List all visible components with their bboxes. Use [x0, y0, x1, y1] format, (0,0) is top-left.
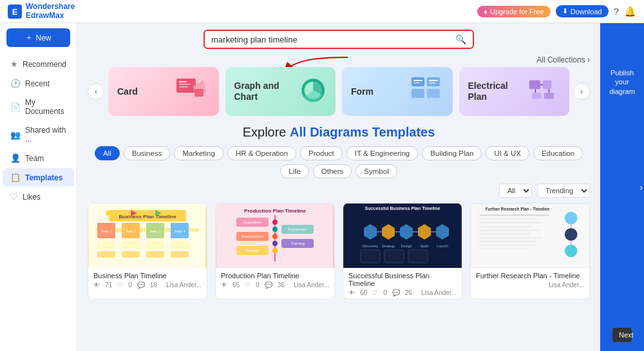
heart-icon: ♡ [117, 281, 123, 289]
svg-text:Successful Business Plan Timel: Successful Business Plan Timeline [365, 206, 440, 211]
templates-icon: 📋 [10, 173, 21, 182]
carousel-items: Card Graph and Chart [108, 67, 569, 116]
comment-icon: 💬 [137, 281, 145, 289]
electrical-category-icon [527, 75, 560, 108]
filter-tab-marketing[interactable]: Marketing [174, 146, 223, 160]
filter-tab-building-plan[interactable]: Building Plan [422, 146, 482, 160]
notification-button[interactable]: 🔔 [624, 6, 636, 17]
all-filter-select[interactable]: All [499, 184, 532, 198]
category-carousel: ‹ Card Graph and Chart [88, 67, 590, 116]
sidebar-item-my-documents[interactable]: 📄 My Documents [3, 93, 74, 120]
filter-tab-product[interactable]: Product [300, 146, 343, 160]
svg-rect-44 [97, 251, 115, 258]
logo-text: Wondershare EdrawMax [26, 3, 75, 19]
explore-title: Explore All Diagrams Templates [88, 125, 590, 140]
svg-text:Acquisition: Acquisition [243, 220, 261, 224]
sidebar: ＋ New ★ Recommend 🕐 Recent 📄 My Document… [0, 23, 77, 351]
template-info-successful: Successful Business Plan Timeline 👁 60 ♡… [343, 268, 462, 299]
category-card-card[interactable]: Card [108, 67, 219, 116]
svg-rect-83 [384, 250, 404, 263]
template-card-production-plan-timeline[interactable]: Production Plan Timeline [215, 203, 335, 299]
svg-text:Launch: Launch [437, 244, 448, 248]
publish-diagram-button[interactable]: Publish your diagram [600, 62, 644, 102]
category-card-graph-chart[interactable]: Graph and Chart [225, 67, 336, 116]
category-card-form[interactable]: Form [342, 67, 453, 116]
svg-rect-4 [179, 81, 187, 82]
sidebar-item-shared-with[interactable]: 👥 Shared with ... [3, 121, 74, 148]
template-card-business-plan-timeline[interactable]: Business Plan Timeline Step 1 Step 2 Ste… [88, 203, 207, 299]
template-card-successful-business-plan-timeline[interactable]: Successful Business Plan Timeline [343, 203, 462, 299]
svg-rect-41 [122, 241, 140, 249]
heart-icon: ♡ [372, 289, 378, 296]
svg-rect-6 [179, 86, 188, 88]
svg-text:Startup: Startup [246, 249, 259, 252]
filter-tab-ui-ux[interactable]: UI & UX [486, 146, 529, 160]
sidebar-item-team[interactable]: 👤 Team [3, 149, 74, 167]
svg-rect-15 [413, 82, 420, 84]
template-name: Further Research Plan - Timeline [476, 272, 584, 280]
next-button[interactable]: Next [612, 328, 632, 342]
research-timeline-thumbnail: Further Research Plan - Timeline [471, 204, 589, 267]
svg-rect-21 [544, 93, 554, 99]
sidebar-item-recommend[interactable]: ★ Recommend [3, 55, 74, 73]
template-thumb-successful: Successful Business Plan Timeline [343, 204, 462, 268]
svg-rect-16 [429, 80, 438, 81]
new-button[interactable]: ＋ New [6, 28, 70, 47]
filter-tab-all[interactable]: All [95, 146, 120, 160]
filter-tab-life[interactable]: Life [280, 164, 309, 178]
svg-point-57 [272, 234, 278, 239]
template-info-business: Business Plan Timeline 👁 71 ♡ 0 💬 18 Lis… [88, 268, 207, 291]
svg-point-59 [272, 227, 278, 232]
eye-icon: 👁 [93, 281, 100, 289]
template-name: Production Plan Timeline [221, 272, 329, 280]
production-timeline-thumbnail: Production Plan Timeline [216, 204, 334, 268]
svg-text:E: E [12, 7, 18, 17]
svg-point-99 [565, 245, 578, 258]
filter-tab-others[interactable]: Others [313, 164, 352, 178]
template-meta: 👁 65 ♡ 0 💬 36 [221, 281, 285, 289]
main-layout: ＋ New ★ Recommend 🕐 Recent 📄 My Document… [0, 23, 644, 351]
search-input[interactable] [211, 35, 451, 44]
svg-rect-11 [412, 89, 424, 98]
svg-rect-40 [97, 241, 115, 249]
template-card-further-research-plan-timeline[interactable]: Further Research Plan - Timeline [470, 203, 590, 299]
svg-text:Production Plan Timeline: Production Plan Timeline [244, 208, 306, 214]
sidebar-item-recent[interactable]: 🕐 Recent [3, 74, 74, 93]
category-card-electrical-plan[interactable]: Electrical Plan [459, 67, 570, 116]
collections-header: All Collections › [88, 55, 590, 64]
likes-icon: ♡ [10, 192, 18, 202]
filter-tab-symbol[interactable]: Symbol [355, 164, 397, 178]
svg-point-60 [272, 241, 278, 246]
svg-rect-8 [194, 89, 204, 97]
filter-tab-business[interactable]: Business [124, 146, 171, 160]
svg-text:Further Research Plan - Timeli: Further Research Plan - Timeline [486, 207, 550, 211]
svg-text:Requirement: Requirement [242, 234, 264, 238]
team-icon: 👤 [10, 153, 21, 163]
template-name: Successful Business Plan Timeline [348, 272, 457, 287]
filter-tab-it-engineering[interactable]: IT & Engineering [346, 146, 418, 160]
upgrade-button[interactable]: ♦ Upgrade for Free [477, 6, 550, 17]
template-meta: 👁 71 ♡ 0 💬 18 [93, 281, 157, 289]
help-button[interactable]: ? [614, 6, 619, 17]
filter-tab-education[interactable]: Education [533, 146, 583, 160]
download-button[interactable]: ⬇ Download [556, 5, 609, 17]
svg-point-56 [272, 220, 278, 225]
svg-rect-43 [171, 241, 189, 249]
carousel-next-button[interactable]: › [573, 83, 590, 100]
search-box: 🔍 [204, 30, 474, 49]
shared-icon: 👥 [10, 130, 21, 140]
carousel-prev-button[interactable]: ‹ [88, 83, 104, 100]
all-collections-link[interactable]: All Collections › [536, 55, 590, 64]
trending-sort-select[interactable]: Trending [537, 184, 590, 198]
recommend-icon: ★ [10, 59, 18, 69]
template-author: Lisa Ander... [549, 281, 584, 289]
logo-area: E Wondershare EdrawMax [8, 3, 75, 19]
sidebar-item-templates[interactable]: 📋 Templates [3, 168, 74, 187]
publish-chevron-button[interactable]: › [638, 180, 644, 195]
svg-rect-14 [413, 80, 422, 81]
search-container: 🔍 [88, 30, 590, 49]
filter-tab-hr-operation[interactable]: HR & Operation [227, 146, 296, 160]
business-timeline-thumbnail: Business Plan Timeline Step 1 Step 2 Ste… [88, 204, 207, 268]
sidebar-item-likes[interactable]: ♡ Likes [3, 187, 74, 206]
search-icon[interactable]: 🔍 [455, 34, 466, 44]
